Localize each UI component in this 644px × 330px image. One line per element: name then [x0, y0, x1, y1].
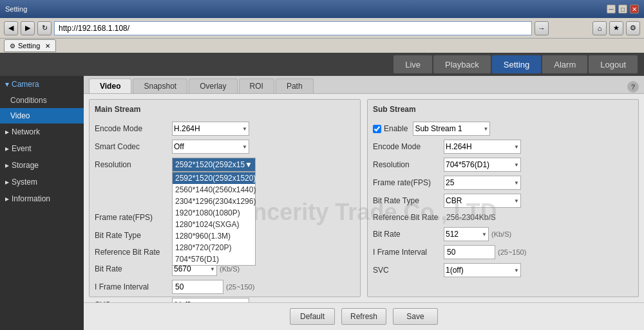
bit-rate-type-label: Bit Rate Type: [95, 231, 172, 240]
back-button[interactable]: ◀: [4, 21, 18, 35]
encode-mode-label: Encode Mode: [95, 124, 172, 133]
sub-bit-rate-hint: (Kb/S): [491, 230, 511, 238]
address-input[interactable]: [54, 21, 532, 35]
main-layout: ▾Camera Conditions Video ▸Network ▸Event…: [0, 76, 644, 330]
home-icon[interactable]: ⌂: [592, 21, 607, 35]
sidebar-item-conditions[interactable]: Conditions: [0, 93, 84, 108]
nav-logout[interactable]: Logout: [589, 55, 638, 73]
browser-tab[interactable]: ⚙ Setting ✕: [4, 39, 56, 52]
save-button[interactable]: Save: [393, 308, 438, 325]
content-area: Video Snapshot Overlay ROI Path ? Sincer…: [84, 76, 644, 330]
sub-bit-rate-row: Bit Rate 512 (Kb/S): [373, 227, 633, 241]
title-bar: Setting ─ □ ✕: [0, 0, 644, 18]
sub-encode-mode-select[interactable]: H.264H: [444, 140, 521, 154]
smart-codec-row: Smart Codec Off: [95, 140, 355, 154]
sub-i-frame-label: I Frame Interval: [373, 248, 444, 257]
go-button[interactable]: →: [535, 21, 549, 35]
sub-frame-rate-select[interactable]: 25: [444, 176, 521, 190]
sub-i-frame-hint: (25~150): [498, 248, 526, 256]
sub-encode-mode-wrapper: H.264H: [444, 140, 521, 154]
sub-tabs: Video Snapshot Overlay ROI Path ?: [84, 76, 644, 94]
window-title: Setting: [5, 5, 27, 13]
encode-mode-select[interactable]: H.264H: [172, 122, 249, 136]
sub-i-frame-row: I Frame Interval (25~150): [373, 245, 633, 259]
smart-codec-select[interactable]: Off: [172, 140, 249, 154]
resolution-option-4[interactable]: 1280*1024(SXGA): [173, 219, 255, 230]
bit-rate-hint: (Kb/S): [220, 265, 240, 273]
sub-frame-rate-label: Frame rate(FPS): [373, 178, 444, 187]
sub-stream-select[interactable]: Sub Stream 1: [413, 122, 490, 136]
star-icon[interactable]: ★: [609, 21, 623, 35]
sub-frame-rate-row: Frame rate(FPS) 25: [373, 176, 633, 190]
refresh-nav-button[interactable]: ↻: [37, 21, 52, 35]
refresh-button[interactable]: Refresh: [341, 308, 386, 325]
sidebar-section-event[interactable]: ▸Event: [0, 140, 84, 157]
nav-live[interactable]: Live: [393, 55, 432, 73]
resolution-selected[interactable]: 2592*1520(2592x1520) ▼: [172, 158, 256, 172]
sub-bit-rate-wrapper: 512: [444, 227, 489, 241]
resolution-option-5[interactable]: 1280*960(1.3M): [173, 230, 255, 242]
title-bar-left: Setting: [5, 5, 27, 13]
svc-select[interactable]: 1(off): [172, 298, 249, 302]
svc-row: SVC 1(off): [95, 298, 355, 302]
sub-ref-bit-rate-value: 256-2304Kb/S: [444, 212, 498, 223]
window-controls: ─ □ ✕: [607, 5, 639, 14]
sub-svc-select[interactable]: 1(off): [444, 263, 521, 277]
sub-bit-rate-type-row: Bit Rate Type CBR: [373, 194, 633, 208]
sidebar-section-information[interactable]: ▸Information: [0, 190, 84, 207]
sub-stream-panel: Sub Stream Enable Sub Stream 1 Enc: [367, 99, 639, 297]
browser-tab-label: Setting: [18, 42, 40, 50]
sub-bit-rate-type-select[interactable]: CBR: [444, 194, 521, 208]
svc-label: SVC: [95, 300, 172, 302]
address-bar: ◀ ▶ ↻ → ⌂ ★ ⚙: [0, 18, 644, 39]
resolution-dropdown-arrow: ▼: [245, 160, 252, 169]
sub-resolution-select[interactable]: 704*576(D1): [444, 158, 521, 172]
close-button[interactable]: ✕: [630, 5, 639, 14]
default-button[interactable]: Default: [290, 308, 335, 325]
sub-bit-rate-label: Bit Rate: [373, 230, 444, 239]
tab-video[interactable]: Video: [89, 78, 131, 93]
i-frame-input[interactable]: [172, 280, 223, 294]
resolution-selected-text: 2592*1520(2592x1520): [175, 160, 245, 169]
help-button[interactable]: ?: [627, 81, 639, 93]
tab-roi[interactable]: ROI: [239, 78, 274, 93]
maximize-button[interactable]: □: [618, 5, 627, 14]
frame-rate-label: Frame rate(FPS): [95, 213, 172, 222]
svc-wrapper: 1(off): [172, 298, 249, 302]
sub-bit-rate-select[interactable]: 512: [444, 227, 489, 241]
settings-icon[interactable]: ⚙: [626, 21, 640, 35]
i-frame-hint: (25~150): [226, 283, 254, 291]
sidebar-section-network[interactable]: ▸Network: [0, 124, 84, 140]
resolution-option-2[interactable]: 2304*1296(2304x1296): [173, 196, 255, 207]
sidebar: ▾Camera Conditions Video ▸Network ▸Event…: [0, 76, 84, 330]
forward-button[interactable]: ▶: [21, 21, 35, 35]
sub-ref-bit-rate-label: Reference Bit Rate: [373, 213, 444, 222]
resolution-option-7[interactable]: 704*576(D1): [173, 253, 255, 265]
nav-alarm[interactable]: Alarm: [542, 55, 587, 73]
sidebar-section-system[interactable]: ▸System: [0, 174, 84, 190]
sub-ref-bit-rate-row: Reference Bit Rate 256-2304Kb/S: [373, 212, 633, 223]
sub-i-frame-input[interactable]: [444, 245, 495, 259]
sidebar-item-video[interactable]: Video: [0, 108, 84, 124]
i-frame-row: I Frame Interval (25~150): [95, 280, 355, 294]
bit-rate-label: Bit Rate: [95, 264, 172, 273]
resolution-row: Resolution 2592*1520(2592x1520) ▼ 2592*1…: [95, 158, 355, 172]
resolution-option-0[interactable]: 2592*1520(2592x1520): [173, 172, 255, 184]
minimize-button[interactable]: ─: [607, 5, 616, 14]
sub-bit-rate-type-label: Bit Rate Type: [373, 196, 444, 205]
tab-close[interactable]: ✕: [45, 42, 50, 50]
sidebar-section-storage[interactable]: ▸Storage: [0, 157, 84, 174]
tab-snapshot[interactable]: Snapshot: [133, 78, 187, 93]
tab-overlay[interactable]: Overlay: [189, 78, 237, 93]
resolution-option-6[interactable]: 1280*720(720P): [173, 242, 255, 253]
nav-playback[interactable]: Playback: [433, 55, 491, 73]
sub-stream-select-wrapper: Sub Stream 1: [413, 122, 490, 136]
sub-frame-rate-wrapper: 25: [444, 176, 521, 190]
resolution-option-3[interactable]: 1920*1080(1080P): [173, 207, 255, 219]
sidebar-section-camera[interactable]: ▾Camera: [0, 76, 84, 93]
i-frame-label: I Frame Interval: [95, 282, 172, 291]
resolution-option-1[interactable]: 2560*1440(2560x1440): [173, 184, 255, 196]
enable-checkbox[interactable]: [373, 125, 381, 133]
nav-setting[interactable]: Setting: [492, 55, 541, 73]
tab-path[interactable]: Path: [276, 78, 314, 93]
